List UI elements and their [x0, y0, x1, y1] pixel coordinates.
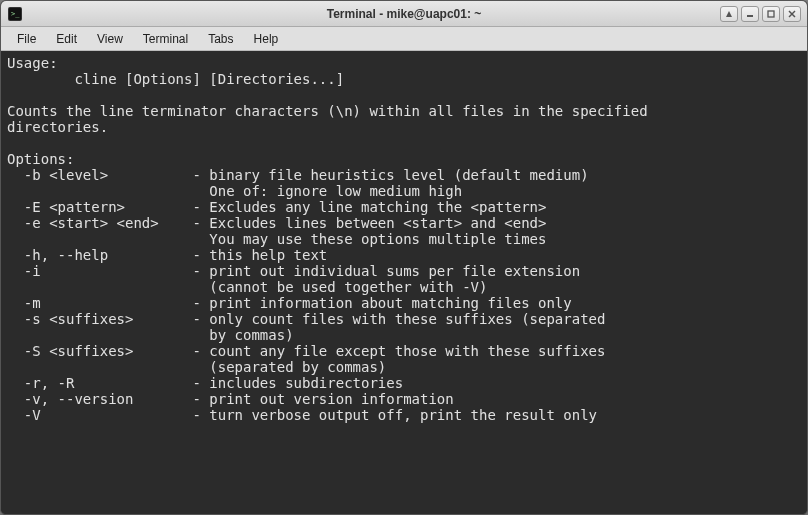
menu-help[interactable]: Help [244, 29, 289, 49]
menu-tabs[interactable]: Tabs [198, 29, 243, 49]
terminal-window: >_ Terminal - mike@uapc01: ~ File Ed [0, 0, 808, 515]
menu-file[interactable]: File [7, 29, 46, 49]
window-title: Terminal - mike@uapc01: ~ [1, 7, 807, 21]
close-button[interactable] [783, 6, 801, 22]
terminal-output[interactable]: Usage: cline [Options] [Directories...] … [1, 51, 807, 514]
menubar: File Edit View Terminal Tabs Help [1, 27, 807, 51]
maximize-button[interactable] [762, 6, 780, 22]
svg-rect-4 [747, 15, 753, 17]
svg-text:>_: >_ [11, 10, 20, 18]
menu-edit[interactable]: Edit [46, 29, 87, 49]
minimize-button[interactable] [741, 6, 759, 22]
menu-terminal[interactable]: Terminal [133, 29, 198, 49]
titlebar[interactable]: >_ Terminal - mike@uapc01: ~ [1, 1, 807, 27]
menu-view[interactable]: View [87, 29, 133, 49]
window-controls [720, 6, 801, 22]
svg-rect-5 [768, 11, 774, 17]
terminal-app-icon: >_ [7, 6, 23, 22]
keep-on-top-button[interactable] [720, 6, 738, 22]
svg-marker-3 [726, 11, 732, 17]
